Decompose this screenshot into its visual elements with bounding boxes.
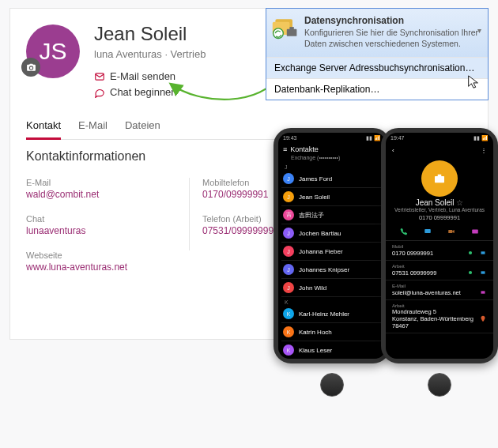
call-icon[interactable] [400, 228, 408, 235]
value-email[interactable]: soleil@luna-aventuras.net [392, 289, 461, 296]
list-item-label: Karl-Heinz Mehler [299, 311, 349, 318]
send-email-label: E-Mail senden [110, 70, 175, 82]
phone-list-title: Kontakte [290, 145, 319, 153]
list-item-label: John Wild [299, 284, 326, 292]
sync-header[interactable]: Datensynchronisation Konfigurieren Sie h… [266, 9, 488, 57]
avatar-icon: J [283, 228, 294, 239]
label-email: E-Mail [26, 178, 176, 187]
label-web: Webseite [26, 250, 176, 260]
sync-folder-icon [271, 13, 300, 42]
phone-contacts-list: 19:43▮▮ 📶 ≡ Kontakte Exchange (•••••••••… [274, 128, 390, 363]
svg-rect-5 [289, 27, 293, 30]
avatar-icon: J [283, 173, 294, 184]
phone-home-button[interactable] [428, 373, 451, 397]
avatar-icon: J [283, 246, 294, 257]
map-icon[interactable] [479, 315, 487, 323]
detail-phone: 0170 09999991 [386, 214, 493, 221]
video-icon[interactable] [447, 228, 455, 235]
detail-actions [386, 224, 493, 241]
mouse-cursor-icon [466, 75, 481, 89]
status-bar: 19:47▮▮ 📶 [386, 133, 493, 144]
avatar-icon: K [283, 326, 294, 337]
avatar-icon: J [283, 191, 294, 202]
list-item[interactable]: KKatrin Hoch [281, 323, 383, 341]
sync-dropdown[interactable]: Datensynchronisation Konfigurieren Sie h… [266, 8, 489, 100]
phone-list-source: Exchange (••••••••••) [278, 155, 386, 162]
chat-icon [94, 87, 105, 98]
contact-subtitle: luna Aventuras · Vertrieb [94, 48, 206, 60]
phone-time: 19:43 [283, 135, 297, 141]
svg-point-11 [469, 251, 472, 254]
svg-rect-7 [438, 175, 442, 176]
value-email[interactable]: wald@combit.net [26, 189, 176, 200]
list-item[interactable]: JJames Ford [281, 170, 383, 188]
sync-item-replication[interactable]: Datenbank-Replikation… [266, 78, 488, 100]
svg-rect-12 [481, 251, 485, 254]
call-icon[interactable] [466, 269, 474, 277]
addr-line2: Konstanz, Baden-Württemberg [392, 315, 473, 322]
phone-home-button[interactable] [320, 373, 344, 397]
mail-icon[interactable] [479, 288, 487, 296]
more-icon[interactable]: ⋮ [481, 147, 487, 154]
list-item[interactable]: KKarl-Heinz Mehler [281, 305, 383, 323]
value-mobile[interactable]: 0170 09999991 [392, 250, 433, 257]
mail-icon[interactable] [471, 228, 479, 235]
list-item[interactable]: JJean Soleil [281, 188, 383, 206]
list-item[interactable]: JJohannes Knipser [281, 261, 383, 279]
list-item-label: Katrin Hoch [299, 329, 332, 336]
call-icon[interactable] [466, 249, 474, 257]
list-letter-k: K [281, 297, 383, 305]
message-icon[interactable] [424, 228, 432, 235]
message-icon[interactable] [479, 249, 487, 257]
camera-icon[interactable] [21, 58, 40, 77]
back-icon[interactable]: ‹ [392, 147, 394, 154]
value-web[interactable]: www.luna-aventuras.net [26, 262, 176, 273]
list-item-label: Jean Soleil [299, 194, 330, 201]
tab-dateien[interactable]: Dateien [125, 119, 160, 139]
phone-list-header: ≡ Kontakte [278, 144, 386, 155]
tab-kontakt[interactable]: Kontakt [26, 119, 61, 140]
avatar-icon: 吉 [283, 209, 294, 220]
list-item[interactable]: JJohanna Fieber [281, 243, 383, 261]
svg-rect-15 [481, 291, 485, 293]
detail-name: Jean Soleil [416, 198, 455, 207]
phone-time: 19:47 [390, 135, 405, 141]
mail-icon [94, 71, 105, 82]
value-chat[interactable]: lunaaventuras [26, 225, 176, 236]
chevron-down-icon: ▾ [477, 26, 481, 35]
addr-line3: 78467 [392, 322, 473, 329]
contact-name: Jean Soleil [94, 23, 187, 45]
list-letter-j: J [281, 162, 383, 170]
sync-title: Datensynchronisation [304, 15, 480, 26]
start-chat-label: Chat beginnen [110, 86, 177, 98]
list-item[interactable]: JJohn Wild [281, 279, 383, 297]
phone-contact-list[interactable]: J JJames FordJJean Soleil吉吉田法子JJochen Ba… [278, 162, 386, 359]
phone-contact-detail: 19:47▮▮ 📶 ‹ ⋮ Jean Soleil ☆ Vertriebslei… [381, 128, 498, 363]
tab-email[interactable]: E-Mail [78, 119, 108, 139]
start-chat-link[interactable]: Chat beginnen [94, 86, 177, 98]
svg-rect-14 [481, 271, 485, 273]
briefcase-icon [432, 171, 447, 186]
info-col-left: E-Mail wald@combit.net Chat lunaaventura… [26, 178, 176, 287]
send-email-link[interactable]: E-Mail senden [94, 70, 175, 82]
section-title: Kontaktinformationen [26, 149, 145, 164]
list-item-label: Johannes Knipser [299, 266, 349, 273]
message-icon[interactable] [479, 269, 487, 277]
list-item-label: Jochen Bartlau [299, 230, 341, 237]
list-item[interactable]: KKlaus Leser [281, 341, 383, 359]
list-item-label: James Ford [299, 175, 332, 183]
list-item[interactable]: 吉吉田法子 [281, 206, 383, 224]
svg-rect-9 [448, 230, 452, 233]
list-item-label: 吉田法子 [299, 211, 324, 220]
menu-icon[interactable]: ≡ [283, 145, 287, 153]
avatar: JS [26, 24, 80, 78]
value-work[interactable]: 07531 09999999 [392, 269, 436, 277]
label-chat: Chat [26, 214, 176, 224]
list-item-label: Klaus Leser [299, 347, 332, 354]
star-icon[interactable]: ☆ [456, 198, 463, 207]
svg-point-13 [469, 271, 472, 274]
sync-item-exchange[interactable]: Exchange Server Adressbuchsynchronisatio… [266, 57, 488, 78]
avatar-icon: K [283, 308, 294, 319]
avatar-icon: J [283, 282, 294, 293]
list-item[interactable]: JJochen Bartlau [281, 224, 383, 243]
